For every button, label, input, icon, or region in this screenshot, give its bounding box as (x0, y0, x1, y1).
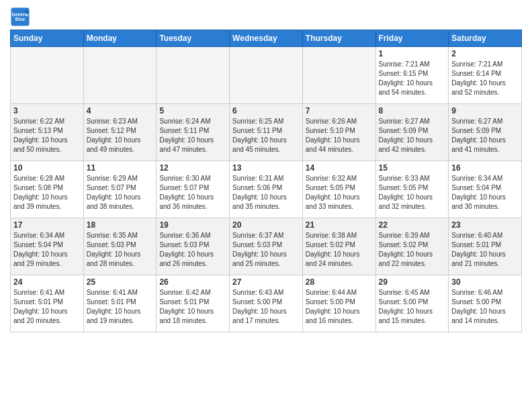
day-info: Sunrise: 6:29 AM Sunset: 5:07 PM Dayligh… (87, 174, 154, 212)
calendar-day-27: 27Sunrise: 6:43 AM Sunset: 5:00 PM Dayli… (230, 275, 303, 332)
day-info: Sunrise: 6:25 AM Sunset: 5:11 PM Dayligh… (232, 117, 300, 154)
calendar-day-25: 25Sunrise: 6:41 AM Sunset: 5:01 PM Dayli… (83, 275, 157, 332)
calendar-day-empty (157, 47, 230, 104)
day-number: 15 (379, 163, 446, 173)
day-header-thursday: Thursday (302, 30, 375, 47)
day-info: Sunrise: 6:28 AM Sunset: 5:08 PM Dayligh… (13, 174, 81, 212)
calendar-day-30: 30Sunrise: 6:46 AM Sunset: 5:00 PM Dayli… (449, 275, 522, 332)
day-info: Sunrise: 6:43 AM Sunset: 5:00 PM Dayligh… (232, 288, 300, 326)
calendar-week-row: 24Sunrise: 6:41 AM Sunset: 5:01 PM Dayli… (11, 275, 522, 332)
day-info: Sunrise: 7:21 AM Sunset: 6:15 PM Dayligh… (379, 60, 446, 97)
calendar-day-7: 7Sunrise: 6:26 AM Sunset: 5:10 PM Daylig… (302, 104, 375, 161)
calendar-day-24: 24Sunrise: 6:41 AM Sunset: 5:01 PM Dayli… (11, 275, 84, 332)
day-number: 18 (87, 220, 154, 230)
calendar-day-12: 12Sunrise: 6:30 AM Sunset: 5:07 PM Dayli… (157, 161, 230, 218)
day-info: Sunrise: 7:21 AM Sunset: 6:14 PM Dayligh… (451, 60, 519, 97)
day-number: 25 (87, 277, 154, 287)
svg-text:Blue: Blue (15, 17, 26, 21)
day-header-tuesday: Tuesday (157, 30, 230, 47)
calendar-day-17: 17Sunrise: 6:34 AM Sunset: 5:04 PM Dayli… (11, 218, 84, 275)
day-number: 5 (159, 106, 226, 116)
calendar-day-16: 16Sunrise: 6:34 AM Sunset: 5:04 PM Dayli… (449, 161, 522, 218)
day-info: Sunrise: 6:41 AM Sunset: 5:01 PM Dayligh… (87, 288, 154, 326)
day-number: 7 (306, 106, 373, 116)
day-number: 14 (306, 163, 373, 173)
calendar-day-20: 20Sunrise: 6:37 AM Sunset: 5:03 PM Dayli… (230, 218, 303, 275)
day-info: Sunrise: 6:44 AM Sunset: 5:00 PM Dayligh… (306, 288, 373, 326)
day-number: 12 (159, 163, 226, 173)
day-info: Sunrise: 6:32 AM Sunset: 5:05 PM Dayligh… (306, 174, 373, 212)
day-number: 20 (232, 220, 300, 230)
calendar-day-28: 28Sunrise: 6:44 AM Sunset: 5:00 PM Dayli… (302, 275, 375, 332)
day-header-wednesday: Wednesday (230, 30, 303, 47)
calendar-week-row: 10Sunrise: 6:28 AM Sunset: 5:08 PM Dayli… (11, 161, 522, 218)
day-number: 8 (379, 106, 446, 116)
calendar-day-4: 4Sunrise: 6:23 AM Sunset: 5:12 PM Daylig… (83, 104, 157, 161)
day-number: 28 (306, 277, 373, 287)
calendar-day-18: 18Sunrise: 6:35 AM Sunset: 5:03 PM Dayli… (83, 218, 157, 275)
day-info: Sunrise: 6:24 AM Sunset: 5:11 PM Dayligh… (159, 117, 226, 154)
day-info: Sunrise: 6:35 AM Sunset: 5:03 PM Dayligh… (87, 231, 154, 269)
day-number: 9 (451, 106, 519, 116)
calendar-day-23: 23Sunrise: 6:40 AM Sunset: 5:01 PM Dayli… (449, 218, 522, 275)
day-number: 4 (87, 106, 154, 116)
day-number: 19 (159, 220, 226, 230)
day-number: 16 (451, 163, 519, 173)
day-number: 6 (232, 106, 300, 116)
day-info: Sunrise: 6:41 AM Sunset: 5:01 PM Dayligh… (13, 288, 81, 326)
calendar-day-11: 11Sunrise: 6:29 AM Sunset: 5:07 PM Dayli… (83, 161, 157, 218)
day-number: 26 (159, 277, 226, 287)
day-info: Sunrise: 6:23 AM Sunset: 5:12 PM Dayligh… (87, 117, 154, 154)
day-info: Sunrise: 6:45 AM Sunset: 5:00 PM Dayligh… (379, 288, 446, 326)
calendar-day-empty (230, 47, 303, 104)
day-info: Sunrise: 6:34 AM Sunset: 5:04 PM Dayligh… (451, 174, 519, 212)
day-info: Sunrise: 6:36 AM Sunset: 5:03 PM Dayligh… (159, 231, 226, 269)
calendar-day-26: 26Sunrise: 6:42 AM Sunset: 5:01 PM Dayli… (157, 275, 230, 332)
calendar-day-14: 14Sunrise: 6:32 AM Sunset: 5:05 PM Dayli… (302, 161, 375, 218)
logo: General Blue (10, 7, 33, 27)
day-number: 30 (451, 277, 519, 287)
calendar-day-21: 21Sunrise: 6:38 AM Sunset: 5:02 PM Dayli… (302, 218, 375, 275)
calendar-day-19: 19Sunrise: 6:36 AM Sunset: 5:03 PM Dayli… (157, 218, 230, 275)
day-info: Sunrise: 6:27 AM Sunset: 5:09 PM Dayligh… (451, 117, 519, 154)
calendar-day-2: 2Sunrise: 7:21 AM Sunset: 6:14 PM Daylig… (449, 47, 522, 104)
day-number: 2 (451, 49, 519, 58)
day-info: Sunrise: 6:26 AM Sunset: 5:10 PM Dayligh… (306, 117, 373, 154)
day-number: 10 (13, 163, 81, 173)
day-info: Sunrise: 6:39 AM Sunset: 5:02 PM Dayligh… (379, 231, 446, 269)
day-header-friday: Friday (375, 30, 449, 47)
day-header-sunday: Sunday (11, 30, 84, 47)
calendar-day-1: 1Sunrise: 7:21 AM Sunset: 6:15 PM Daylig… (375, 47, 449, 104)
day-number: 17 (13, 220, 81, 230)
calendar-day-10: 10Sunrise: 6:28 AM Sunset: 5:08 PM Dayli… (11, 161, 84, 218)
day-number: 21 (306, 220, 373, 230)
day-number: 1 (379, 49, 446, 58)
day-number: 3 (13, 106, 81, 116)
calendar-week-row: 1Sunrise: 7:21 AM Sunset: 6:15 PM Daylig… (11, 47, 522, 104)
day-info: Sunrise: 6:46 AM Sunset: 5:00 PM Dayligh… (451, 288, 519, 326)
day-header-saturday: Saturday (449, 30, 522, 47)
calendar-day-22: 22Sunrise: 6:39 AM Sunset: 5:02 PM Dayli… (375, 218, 449, 275)
day-info: Sunrise: 6:31 AM Sunset: 5:06 PM Dayligh… (232, 174, 300, 212)
calendar-day-29: 29Sunrise: 6:45 AM Sunset: 5:00 PM Dayli… (375, 275, 449, 332)
calendar-day-5: 5Sunrise: 6:24 AM Sunset: 5:11 PM Daylig… (157, 104, 230, 161)
day-info: Sunrise: 6:38 AM Sunset: 5:02 PM Dayligh… (306, 231, 373, 269)
calendar-day-13: 13Sunrise: 6:31 AM Sunset: 5:06 PM Dayli… (230, 161, 303, 218)
day-info: Sunrise: 6:22 AM Sunset: 5:13 PM Dayligh… (13, 117, 81, 154)
calendar-day-empty (302, 47, 375, 104)
calendar-week-row: 3Sunrise: 6:22 AM Sunset: 5:13 PM Daylig… (11, 104, 522, 161)
day-number: 22 (379, 220, 446, 230)
day-info: Sunrise: 6:37 AM Sunset: 5:03 PM Dayligh… (232, 231, 300, 269)
calendar-header-row: SundayMondayTuesdayWednesdayThursdayFrid… (11, 30, 522, 47)
calendar-day-empty (83, 47, 157, 104)
day-number: 23 (451, 220, 519, 230)
logo-icon: General Blue (10, 7, 30, 27)
day-number: 24 (13, 277, 81, 287)
calendar-day-6: 6Sunrise: 6:25 AM Sunset: 5:11 PM Daylig… (230, 104, 303, 161)
calendar-day-9: 9Sunrise: 6:27 AM Sunset: 5:09 PM Daylig… (449, 104, 522, 161)
day-number: 27 (232, 277, 300, 287)
calendar-day-3: 3Sunrise: 6:22 AM Sunset: 5:13 PM Daylig… (11, 104, 84, 161)
calendar-week-row: 17Sunrise: 6:34 AM Sunset: 5:04 PM Dayli… (11, 218, 522, 275)
calendar-table: SundayMondayTuesdayWednesdayThursdayFrid… (10, 30, 522, 332)
day-info: Sunrise: 6:30 AM Sunset: 5:07 PM Dayligh… (159, 174, 226, 212)
